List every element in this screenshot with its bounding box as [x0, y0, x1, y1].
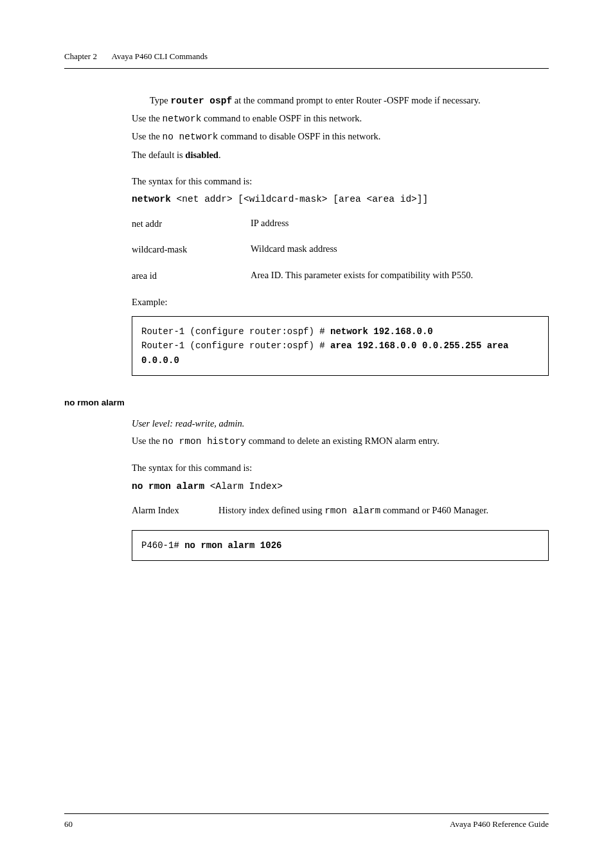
- code-bold: no rmon alarm 1026: [184, 540, 281, 551]
- router-ospf-code: router ospf: [170, 96, 232, 106]
- param-desc-wildcard: Wildcard mask address: [251, 242, 549, 257]
- param-row: wildcard-mask Wildcard mask address: [132, 242, 549, 257]
- doc-title: Avaya P460 Reference Guide: [450, 819, 549, 829]
- param-table: net addr IP address wildcard-mask Wildca…: [132, 216, 549, 283]
- code-prompt: Router-1 (configure router:ospf) #: [141, 341, 330, 351]
- no-rmon-history-code: no rmon history: [163, 436, 247, 447]
- param-desc-pre: History index defined using: [218, 505, 324, 515]
- syntax-cmd-bold-2: no rmon alarm: [132, 481, 204, 492]
- default-para: The default is disabled.: [132, 148, 549, 163]
- param-row: area id Area ID. This parameter exists f…: [132, 268, 549, 283]
- page-number: 60: [64, 819, 73, 829]
- param-desc-netaddr: IP address: [251, 216, 549, 231]
- param-desc-areaid: Area ID. This parameter exists for compa…: [251, 268, 549, 283]
- user-level: User level: read-write, admin.: [132, 416, 549, 431]
- code-example-rmon: P460-1# no rmon alarm 1026: [132, 530, 549, 561]
- syntax-cmd-rest: <net addr> [<wildcard-mask> [area <area …: [171, 194, 428, 204]
- code-bold: network 192.168.0.0: [330, 326, 433, 337]
- syntax-cmd-rest-2: <Alarm Index>: [204, 481, 283, 492]
- use-network-para: Use the network command to enable OSPF i…: [132, 111, 549, 127]
- code-line: P460-1# no rmon alarm 1026: [141, 538, 539, 553]
- param-name-alarm-index: Alarm Index: [132, 503, 218, 518]
- param-desc-post: command or P460 Manager.: [380, 505, 488, 515]
- code-line: Router-1 (configure router:ospf) # area …: [141, 339, 539, 368]
- network-code: network: [163, 114, 202, 124]
- param-name-netaddr: net addr: [132, 216, 251, 231]
- code-prompt: P460-1#: [141, 540, 184, 551]
- section-no-rmon-alarm: User level: read-write, admin. Use the n…: [132, 416, 549, 561]
- use-network-pre: Use the: [132, 113, 163, 123]
- chapter-number: Chapter 2: [64, 51, 97, 62]
- no-network-code: no network: [163, 132, 218, 142]
- param-row: net addr IP address: [132, 216, 549, 231]
- param-name-areaid: area id: [132, 268, 251, 283]
- use-cmd-pre: Use the: [132, 436, 163, 446]
- use-no-network-pre: Use the: [132, 131, 163, 141]
- default-bold: disabled: [185, 150, 218, 160]
- code-example-network: Router-1 (configure router:ospf) # netwo…: [132, 316, 549, 376]
- param-name-wildcard: wildcard-mask: [132, 242, 251, 257]
- type-suffix: at the command prompt to enter Router -O…: [232, 95, 480, 105]
- syntax-line-2: no rmon alarm <Alarm Index>: [132, 479, 549, 494]
- use-no-network-post: command to disable OSPF in this network.: [218, 131, 381, 141]
- code-prompt: Router-1 (configure router:ospf) #: [141, 326, 330, 337]
- syntax-intro: The syntax for this command is:: [132, 174, 549, 189]
- syntax-intro-2: The syntax for this command is:: [132, 461, 549, 475]
- default-post: .: [218, 150, 221, 160]
- use-network-post: command to enable OSPF in this network.: [201, 113, 362, 123]
- section-heading-no-rmon-alarm: no rmon alarm: [64, 398, 549, 407]
- type-prefix: Type: [150, 95, 170, 105]
- default-pre: The default is: [132, 150, 185, 160]
- page-footer: 60 Avaya P460 Reference Guide: [64, 813, 549, 829]
- chapter-title: Avaya P460 CLI Commands: [111, 51, 208, 61]
- use-cmd-para: Use the no rmon history command to delet…: [132, 434, 549, 449]
- section-network-command: Type router ospf at the command prompt t…: [132, 93, 549, 376]
- use-cmd-post: command to delete an existing RMON alarm…: [246, 436, 440, 446]
- code-line: Router-1 (configure router:ospf) # netwo…: [141, 324, 539, 339]
- syntax-cmd-bold: network: [132, 194, 171, 204]
- type-instruction: Type router ospf at the command prompt t…: [150, 93, 549, 109]
- syntax-line: network <net addr> [<wildcard-mask> [are…: [132, 191, 549, 207]
- rmon-alarm-code: rmon alarm: [324, 506, 380, 516]
- page-header: Chapter 2 Avaya P460 CLI Commands: [64, 51, 549, 69]
- param-desc-alarm-index: History index defined using rmon alarm c…: [218, 503, 549, 518]
- example-label: Example:: [132, 295, 549, 310]
- param-row: Alarm Index History index defined using …: [132, 503, 549, 518]
- use-no-network-para: Use the no network command to disable OS…: [132, 129, 549, 145]
